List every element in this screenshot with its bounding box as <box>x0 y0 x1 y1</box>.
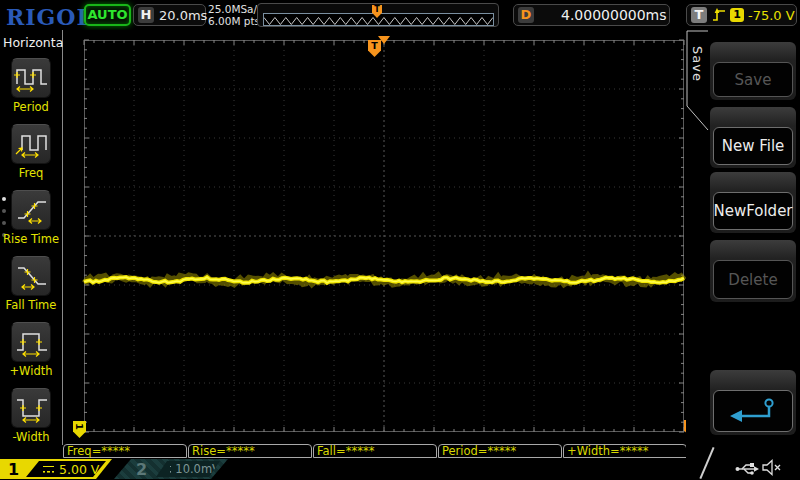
softkey-slot: Save <box>710 42 796 100</box>
rising-edge-icon <box>712 7 726 23</box>
scope-display: T 1 T Freq=***** Rise=***** Fall=***** P… <box>63 30 686 458</box>
channel1-scale: 5.00 V <box>59 462 99 477</box>
delay-status-box: D 4.00000000ms <box>513 4 670 26</box>
delay-value: 4.00000000ms <box>561 7 667 23</box>
delay-key-chip: D <box>518 7 534 23</box>
memory-depth: 6.00M pts <box>208 15 263 27</box>
measurement-readout-period: Period=***** <box>438 444 562 458</box>
channel2-indicator[interactable]: 2 10.0mV <box>114 459 228 479</box>
new-file-button[interactable]: New File <box>713 127 793 165</box>
top-status-bar: RIGOL AUTO H 20.0ms 25.0MSa/s 6.00M pts … <box>0 0 800 30</box>
channel-status-bar: 1 5.00 V 2 10.0mV <box>0 458 800 480</box>
save-button[interactable]: Save <box>713 62 793 97</box>
speaker-muted-icon <box>762 459 782 480</box>
trigger-key-chip: T <box>691 7 707 23</box>
sidebar-item-pos-width: +Width <box>0 322 62 384</box>
run-status-badge: AUTO <box>84 4 131 26</box>
measurement-readout-pwidth: +Width=***** <box>563 444 687 458</box>
sidebar-item-rise-time: Rise Time <box>0 190 62 252</box>
period-button[interactable] <box>11 58 51 98</box>
softkey-slot: NewFolder <box>710 172 796 233</box>
channel2-scale-box: 10.0mV <box>156 461 220 477</box>
delete-button[interactable]: Delete <box>713 260 793 299</box>
softkey-slot: Delete <box>710 240 796 302</box>
menu-tab-label: Save <box>690 46 705 82</box>
period-icon <box>14 63 50 93</box>
usb-icon <box>735 461 759 480</box>
horizontal-status-box: H 20.0ms <box>133 4 206 26</box>
positive-width-button[interactable] <box>11 322 51 362</box>
dc-coupling-icon <box>43 466 54 473</box>
trigger-level-value: -75.0 V <box>748 8 795 23</box>
sidebar-item-neg-width: -Width <box>0 388 62 450</box>
sidebar-item-label: -Width <box>0 430 62 444</box>
measurement-readout-fall: Fall=***** <box>313 444 437 458</box>
sidebar-item-fall-time: Fall Time <box>0 256 62 318</box>
sidebar-title: Horizontal <box>3 35 67 50</box>
channel2-scale: 10.0mV <box>175 462 220 476</box>
negative-width-icon <box>14 393 50 423</box>
frequency-icon <box>14 129 50 159</box>
sidebar-item-label: +Width <box>0 364 62 378</box>
new-folder-button[interactable]: NewFolder <box>713 192 793 230</box>
channel1-number: 1 <box>8 460 19 479</box>
sample-rate: 25.0MSa/s <box>208 3 263 15</box>
sidebar-item-label: Period <box>0 100 62 114</box>
horizontal-key-chip: H <box>138 7 154 23</box>
fall-time-button[interactable] <box>11 256 51 296</box>
channel1-scale-box: 5.00 V <box>26 461 106 477</box>
measurement-sidebar: Horizontal Period Freq <box>0 30 63 445</box>
softkey-slot <box>710 370 796 435</box>
rise-time-button[interactable] <box>11 190 51 230</box>
positive-width-icon <box>14 327 50 357</box>
negative-width-button[interactable] <box>11 388 51 428</box>
waveform-overview-strip: T <box>257 3 499 27</box>
return-arrow-icon <box>724 395 782 427</box>
rise-time-icon <box>14 195 50 225</box>
softkey-slot: New File <box>710 107 796 168</box>
acquisition-info: 25.0MSa/s 6.00M pts <box>208 3 263 27</box>
fall-time-icon <box>14 261 50 291</box>
sidebar-item-freq: Freq <box>0 124 62 186</box>
trigger-status-box: T 1 -75.0 V <box>686 4 797 26</box>
brand-logo: RIGOL <box>6 4 93 30</box>
channel1-waveform <box>63 30 686 458</box>
dc-coupling-icon <box>170 466 171 473</box>
sidebar-item-period: Period <box>0 58 62 120</box>
enter-button[interactable] <box>713 390 793 432</box>
softkey-menu: Save Save New File NewFolder Delete <box>686 30 800 458</box>
channel2-number: 2 <box>136 460 147 479</box>
freq-button[interactable] <box>11 124 51 164</box>
measurement-readout-rise: Rise=***** <box>188 444 312 458</box>
sidebar-item-label: Fall Time <box>0 298 62 312</box>
trigger-source-badge: 1 <box>730 8 744 22</box>
channel1-indicator[interactable]: 1 5.00 V <box>0 459 112 479</box>
measurement-readout-freq: Freq=***** <box>63 444 187 458</box>
timebase-value: 20.0ms <box>159 8 207 23</box>
sidebar-item-label: Rise Time <box>0 232 62 246</box>
sidebar-item-label: Freq <box>0 166 62 180</box>
